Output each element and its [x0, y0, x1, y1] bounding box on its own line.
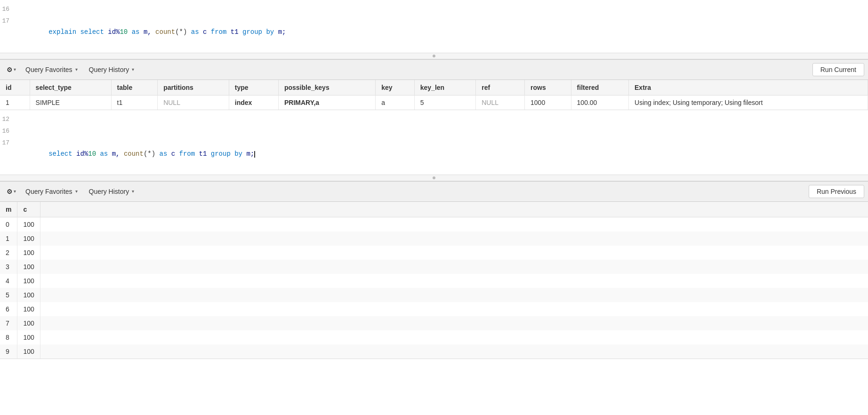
- alias-m4: m;: [246, 150, 254, 158]
- col-select-type: select_type: [30, 80, 111, 96]
- run-current-button[interactable]: Run Current: [812, 63, 864, 76]
- bottom-results-panel: m c 0 100 1 100 2 100: [0, 202, 868, 359]
- top-header-row: id select_type table partitions type pos…: [0, 80, 868, 96]
- scroll-indicator-1: [0, 53, 868, 59]
- top-code-editor[interactable]: 16 17 explain select id%10 as m, count(*…: [0, 0, 868, 53]
- cell-c-7: 100: [17, 316, 40, 330]
- cell-c-1: 100: [17, 231, 40, 246]
- col-table: table: [111, 80, 158, 96]
- code-line-16-bottom: 16: [0, 126, 868, 137]
- cell-empty-0: [40, 217, 868, 231]
- history-arrow-1: ▾: [132, 67, 134, 72]
- query-history-label-2: Query History: [89, 188, 129, 195]
- table-row: 6 100: [0, 302, 868, 316]
- cell-empty-5: [40, 288, 868, 302]
- cell-m-0: 0: [0, 217, 17, 231]
- cursor: [254, 151, 255, 158]
- table-row: 1 100: [0, 231, 868, 246]
- cell-filtered: 100.00: [571, 95, 628, 110]
- cell-empty-1: [40, 231, 868, 246]
- table-row: 9 100: [0, 344, 868, 359]
- cell-m-3: 3: [0, 260, 17, 274]
- favorites-arrow-1: ▾: [75, 67, 78, 72]
- cell-c-4: 100: [17, 274, 40, 288]
- code-line-17-top: 17 explain select id%10 as m, count(*) a…: [0, 16, 868, 49]
- kw-as-1: as: [128, 28, 144, 36]
- cell-table: t1: [111, 95, 158, 110]
- cell-m-9: 9: [0, 344, 17, 359]
- col-possible-keys: possible_keys: [278, 80, 375, 96]
- top-table-header: id select_type table partitions type pos…: [0, 80, 868, 96]
- line-num-16: 16: [0, 5, 17, 15]
- alias-id2: id%: [76, 150, 88, 158]
- history-arrow-2: ▾: [132, 189, 134, 194]
- bottom-header-row: m c: [0, 202, 868, 217]
- code-line-12: 12: [0, 114, 868, 126]
- num-10-2: 10: [88, 150, 96, 158]
- alias-id1: id%: [108, 28, 120, 36]
- bottom-section: 12 16 17 select id%10 as m, count(*) as …: [0, 110, 868, 359]
- cell-empty-9: [40, 344, 868, 359]
- bottom-results-table: m c 0 100 1 100 2 100: [0, 202, 868, 359]
- alias-m3: m,: [112, 150, 124, 158]
- col-key: key: [376, 80, 415, 96]
- top-gear-button[interactable]: ⚙ ▾: [4, 64, 19, 75]
- gear-icon-2: ⚙: [7, 188, 13, 195]
- col-key-len: key_len: [414, 80, 475, 96]
- top-toolbar-left: ⚙ ▾ Query Favorites ▾ Query History ▾: [4, 64, 812, 75]
- code-line-17-bottom: 17 select id%10 as m, count(*) as c from…: [0, 137, 868, 171]
- table-row: 1 SIMPLE t1 NULL index PRIMARY,a a 5 NUL…: [0, 95, 868, 110]
- op-paren-1: (*): [175, 28, 191, 36]
- scroll-indicator-2: [0, 175, 868, 181]
- bottom-query-favorites-button[interactable]: Query Favorites ▾: [21, 186, 82, 197]
- table-row: 8 100: [0, 330, 868, 344]
- cell-m-7: 7: [0, 316, 17, 330]
- alias-c1: c: [203, 28, 211, 36]
- kw-from-1: from: [211, 28, 231, 36]
- cell-select-type: SIMPLE: [30, 95, 111, 110]
- bottom-toolbar-left: ⚙ ▾ Query Favorites ▾ Query History ▾: [4, 186, 809, 197]
- col-m: m: [0, 202, 17, 217]
- cell-empty-6: [40, 302, 868, 316]
- cell-key-len: 5: [414, 95, 475, 110]
- gear-arrow-1: ▾: [14, 67, 16, 72]
- bottom-query-history-button[interactable]: Query History ▾: [84, 186, 139, 197]
- cell-empty-3: [40, 260, 868, 274]
- table-row: 0 100: [0, 217, 868, 231]
- run-previous-button[interactable]: Run Previous: [809, 185, 864, 198]
- bottom-code-editor[interactable]: 12 16 17 select id%10 as m, count(*) as …: [0, 110, 868, 175]
- table-row: 5 100: [0, 288, 868, 302]
- kw-group-1: group: [242, 28, 266, 36]
- cell-c-5: 100: [17, 288, 40, 302]
- kw-as-3: as: [96, 150, 112, 158]
- cell-ref: NULL: [476, 95, 525, 110]
- scroll-dot-2: [433, 176, 435, 179]
- query-favorites-label-2: Query Favorites: [25, 188, 72, 195]
- bottom-gear-button[interactable]: ⚙ ▾: [4, 186, 19, 197]
- line-num-17-top: 17: [0, 16, 17, 26]
- func-count-2: count: [124, 150, 144, 158]
- table-row: 7 100: [0, 316, 868, 330]
- cell-m-2: 2: [0, 246, 17, 260]
- cell-partitions: NULL: [158, 95, 229, 110]
- cell-c-6: 100: [17, 302, 40, 316]
- cell-m-4: 4: [0, 274, 17, 288]
- cell-c-8: 100: [17, 330, 40, 344]
- alias-t1-2: t1: [199, 150, 211, 158]
- col-empty: [40, 202, 868, 217]
- kw-select-1: select: [80, 28, 108, 36]
- favorites-arrow-2: ▾: [75, 189, 78, 194]
- top-table-body: 1 SIMPLE t1 NULL index PRIMARY,a a 5 NUL…: [0, 95, 868, 110]
- top-query-favorites-button[interactable]: Query Favorites ▾: [21, 64, 82, 75]
- col-c: c: [17, 202, 40, 217]
- scroll-dot-1: [433, 55, 435, 57]
- alias-c2: c: [171, 150, 179, 158]
- col-type: type: [229, 80, 278, 96]
- alias-m1: m,: [144, 28, 155, 36]
- op-paren-2: (*): [144, 150, 160, 158]
- kw-group-2: group: [211, 150, 234, 158]
- top-query-history-button[interactable]: Query History ▾: [84, 64, 139, 75]
- table-row: 4 100: [0, 274, 868, 288]
- run-previous-label: Run Previous: [817, 188, 856, 195]
- alias-m2: m;: [278, 28, 286, 36]
